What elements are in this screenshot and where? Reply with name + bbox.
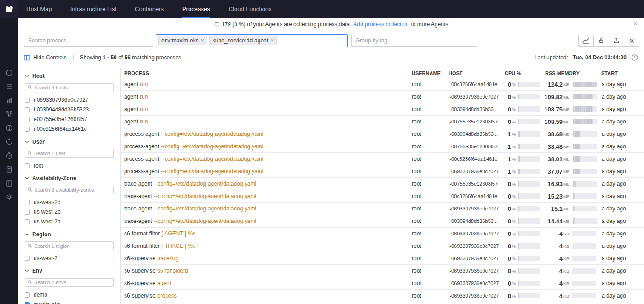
facet-header[interactable]: Env [25, 268, 114, 274]
table-row[interactable]: s6-format-filter[ AGENT ] %s root i-0693… [121, 228, 644, 240]
network-icon[interactable] [6, 110, 13, 118]
table-row[interactable]: s6-supervises6-fdholderd root i-06933079… [121, 265, 644, 277]
host-map-icon[interactable] [6, 69, 13, 76]
tag-pill[interactable]: kube_service:dd-agent × [209, 36, 277, 45]
export-button[interactable] [609, 35, 624, 47]
column-header-cpu[interactable]: CPU % [501, 70, 541, 76]
facet-search-input[interactable] [25, 186, 114, 194]
table-row[interactable]: process-agent--config=/etc/datadog-agent… [121, 140, 644, 153]
facet-header[interactable]: Host [25, 73, 114, 79]
facet-checkbox[interactable] [25, 127, 30, 132]
facet-header[interactable]: Region [25, 231, 114, 238]
facet-item[interactable]: us-west-2 [25, 253, 114, 263]
process-cell: agentrun [121, 81, 408, 88]
hide-controls-button[interactable]: Hide Controls [24, 54, 67, 61]
table-row[interactable]: process-agent--config=/etc/datadog-agent… [121, 128, 644, 140]
facet-search-input[interactable] [25, 278, 114, 287]
facet-search-input[interactable] [25, 241, 114, 250]
tab-cloud-functions[interactable]: Cloud Functions [229, 0, 272, 18]
table-row[interactable]: agentrun root i-0693307936e0c7027 0% 109… [121, 91, 644, 103]
facet-item[interactable]: us-west-2b [25, 207, 114, 217]
close-icon[interactable]: × [633, 19, 638, 29]
facet-checkbox[interactable] [25, 256, 30, 261]
facet-search-input[interactable] [25, 83, 114, 92]
tag-pill[interactable]: env:maxim-eks × [158, 36, 207, 45]
facet-checkbox[interactable] [25, 219, 30, 224]
remove-tag-icon[interactable]: × [201, 37, 204, 44]
facet-search-input[interactable] [25, 149, 114, 158]
facet-item[interactable]: us-west-2a [25, 217, 114, 227]
facet-item[interactable]: i-00755e35e12608f57 [25, 115, 114, 124]
facet-item-list: us-west-2 [25, 253, 114, 263]
facet-checkbox[interactable] [25, 98, 30, 103]
tab-processes[interactable]: Processes [182, 0, 210, 18]
facet-checkbox[interactable] [25, 117, 30, 122]
monitors-icon[interactable] [6, 124, 13, 132]
metrics-icon[interactable] [6, 96, 13, 104]
table-row[interactable]: trace-agent--config=/etc/datadog-agent/d… [121, 178, 644, 190]
table-row[interactable]: s6-supervisetrace/log root i-0693307936e… [121, 252, 644, 265]
group-by-tag-input[interactable] [351, 35, 477, 47]
facet-item[interactable]: root [25, 161, 114, 170]
search-process-input[interactable] [24, 35, 153, 47]
rss-bar [573, 106, 597, 112]
table-row[interactable]: s6-format-filter[ TRACE ] %s root i-0693… [121, 240, 644, 252]
table-row[interactable]: s6-superviseagent root i-0693307936e0c70… [121, 277, 644, 290]
facet-checkbox[interactable] [25, 210, 30, 215]
apm-icon[interactable] [6, 152, 13, 159]
facet-item[interactable]: maxim-eks [25, 300, 114, 304]
facet-checkbox[interactable] [25, 292, 30, 298]
rss-unit: MB [564, 157, 570, 162]
column-header-process[interactable]: PROCESS [121, 70, 408, 76]
facet-header[interactable]: User [25, 139, 114, 145]
synthetics-icon[interactable] [6, 138, 13, 146]
facet-header[interactable]: Availability-Zone [25, 175, 114, 181]
search-icon [27, 187, 32, 192]
infrastructure-list-icon[interactable] [6, 82, 13, 90]
settings-button[interactable] [624, 35, 639, 47]
tag-filter-box[interactable]: env:maxim-eks × kube_service:dd-agent × [156, 34, 348, 47]
rss-unit: KB [564, 269, 569, 274]
facet-checkbox[interactable] [25, 302, 30, 304]
column-header-rss-memory[interactable]: RSS MEMORY↓ [541, 70, 598, 76]
table-row[interactable]: trace-agent--config=/etc/datadog-agent/d… [121, 190, 644, 203]
lock-button[interactable] [593, 35, 609, 47]
tab-host-map[interactable]: Host Map [26, 0, 52, 18]
facet-checkbox[interactable] [25, 107, 30, 112]
facet-item[interactable]: us-west-2c [25, 198, 114, 207]
column-header-username[interactable]: USERNAME [408, 70, 445, 76]
remove-tag-icon[interactable]: × [270, 37, 274, 44]
table-row[interactable]: process-agent--config=/etc/datadog-agent… [121, 153, 644, 165]
column-header-start[interactable]: START [598, 70, 644, 76]
rss-bar [573, 144, 597, 149]
rss-unit: KB [564, 281, 569, 286]
facet-checkbox[interactable] [25, 200, 30, 205]
username-cell: root [408, 292, 445, 299]
notebooks-icon[interactable] [6, 179, 13, 187]
column-header-host[interactable]: HOST [445, 70, 501, 76]
settings-icon[interactable] [6, 193, 13, 201]
table-row[interactable]: trace-agent--config=/etc/datadog-agent/d… [121, 203, 644, 215]
refresh-clock-icon[interactable] [631, 54, 638, 61]
host-cell: i-0693307936e0c7027 [445, 231, 501, 236]
table-row[interactable]: agentrun root i-003094d8dd36b53... 0% 10… [121, 103, 644, 116]
tab-containers[interactable]: Containers [135, 0, 164, 18]
facet-item[interactable]: i-003094d8dd36b5323 [25, 105, 114, 115]
table-row[interactable]: agentrun root i-00c8256f64aa1461e 0% 124… [121, 78, 644, 91]
table-row[interactable]: agentrun root i-00755e35e12608f57 0% 108… [121, 116, 644, 128]
timeseries-view-button[interactable] [578, 35, 594, 47]
datadog-logo[interactable] [0, 0, 18, 18]
facet-item[interactable]: demo [25, 290, 114, 300]
facet-checkbox[interactable] [25, 163, 30, 168]
logs-icon[interactable] [6, 165, 13, 173]
facet-item[interactable]: i-00c8256f64aa1461e [25, 124, 114, 134]
tab-infrastructure-list[interactable]: Infrastructure List [70, 0, 116, 18]
rss-value: 38.68 [541, 131, 563, 138]
table-row[interactable]: s6-superviseprocess root i-0693307936e0c… [121, 290, 644, 302]
table-row[interactable]: trace-agent--config=/etc/datadog-agent/d… [121, 215, 644, 228]
left-nav-strip [0, 18, 18, 304]
table-row[interactable]: process-agent--config=/etc/datadog-agent… [121, 165, 644, 178]
add-process-collection-link[interactable]: Add process collection [353, 21, 408, 28]
facet-item[interactable]: i-0693307936e0c7027 [25, 95, 114, 105]
last-updated-label: Last updated: [535, 54, 568, 61]
